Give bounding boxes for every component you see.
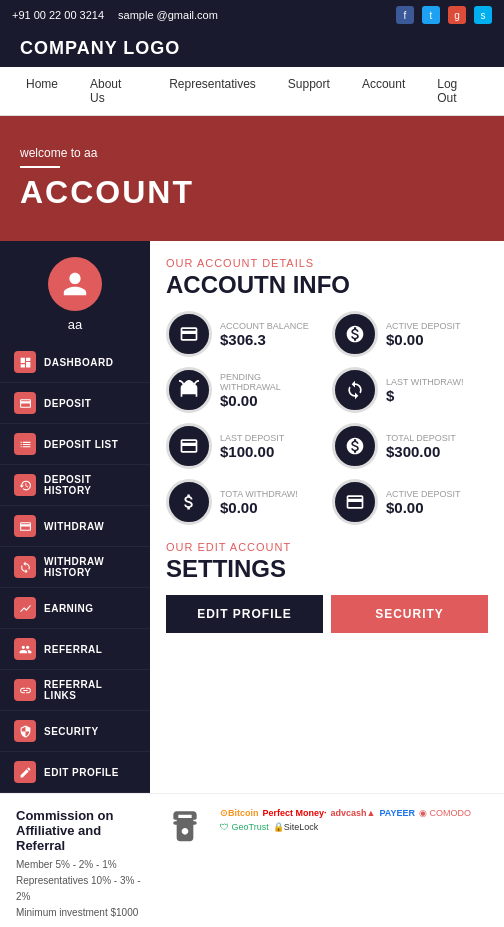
main-nav: Home About Us Representatives Support Ac… xyxy=(0,67,504,116)
account-info-title: ACCOUTN INFO xyxy=(166,271,488,299)
balance-icon xyxy=(166,311,212,357)
sidebar-label-security: SECURITY xyxy=(44,726,99,737)
active-deposit2-value: $0.00 xyxy=(386,499,461,516)
info-card-total-deposit: Total Deposit $300.00 xyxy=(332,423,488,469)
header: COMPANY LOGO xyxy=(0,30,504,67)
skype-icon[interactable]: s xyxy=(474,6,492,24)
last-withdraw-icon xyxy=(332,367,378,413)
settings-buttons: EDIT PROFILE SECURITY xyxy=(166,595,488,633)
security-icon xyxy=(14,720,36,742)
total-withdraw-value: $0.00 xyxy=(220,499,298,516)
phone-number: +91 00 22 00 3214 xyxy=(12,9,104,21)
sidebar: aa DASHBOARD DEPOSIT DEPOSIT LIST DEPOSI… xyxy=(0,241,150,793)
payment-logos: ⊙Bitcoin Perfect Money· advcash▲ PAYEER … xyxy=(220,808,488,832)
last-deposit-label: Last Deposit xyxy=(220,433,284,443)
commission-section: Commission on Affiliative and Referral M… xyxy=(0,793,504,927)
info-card-total-withdraw: Tota Withdraw! $0.00 xyxy=(166,479,322,525)
active-deposit-icon xyxy=(332,311,378,357)
sidebar-label-referral: REFERRAL xyxy=(44,644,102,655)
info-card-last-withdraw: Last Withdraw! $ xyxy=(332,367,488,413)
sidebar-label-withdraw: WITHDRAW xyxy=(44,521,104,532)
commission-title: Commission on Affiliative and Referral xyxy=(16,808,150,853)
deposit-history-icon xyxy=(14,474,36,496)
pending-withdrawal-label: Pending Withdrawal xyxy=(220,372,322,392)
sidebar-item-deposit[interactable]: DEPOSIT xyxy=(0,383,150,424)
sidebar-label-referral-links: REFERRAL LINKS xyxy=(44,679,136,701)
account-info-subtitle: OUR ACCOUNT DETAILS xyxy=(166,257,488,269)
active-deposit2-label: Active Deposit xyxy=(386,489,461,499)
twitter-icon[interactable]: t xyxy=(422,6,440,24)
nav-home[interactable]: Home xyxy=(20,67,64,115)
pending-withdrawal-icon xyxy=(166,367,212,413)
sidebar-label-deposit: DEPOSIT xyxy=(44,398,91,409)
sidebar-label-edit-profile: EDIT PROFILE xyxy=(44,767,119,778)
email-address: sample @gmail.com xyxy=(118,9,218,21)
commission-member: Member 5% - 2% - 1% xyxy=(16,857,150,873)
logo-prefix: COMPANY xyxy=(20,38,117,58)
deposit-icon xyxy=(14,392,36,414)
sidebar-item-dashboard[interactable]: DASHBOARD xyxy=(0,342,150,383)
nav-about[interactable]: About Us xyxy=(84,67,143,115)
info-card-active-deposit2: Active Deposit $0.00 xyxy=(332,479,488,525)
content-area: OUR ACCOUNT DETAILS ACCOUTN INFO Account… xyxy=(150,241,504,793)
last-deposit-value: $100.00 xyxy=(220,443,284,460)
settings-title: SETTINGS xyxy=(166,555,488,583)
sidebar-item-edit-profile[interactable]: EDIT PROFILE xyxy=(0,752,150,793)
nav-representatives[interactable]: Representatives xyxy=(163,67,262,115)
comodo-logo: ◉ COMODO xyxy=(419,808,471,818)
geotrust-logo: 🛡 GeoTrust xyxy=(220,822,269,832)
avatar xyxy=(48,257,102,311)
earning-icon xyxy=(14,597,36,619)
account-info-grid: Account Balance $306.3 Active Deposit $0… xyxy=(166,311,488,525)
total-deposit-label: Total Deposit xyxy=(386,433,456,443)
commission-representatives: Representatives 10% - 3% - 2% xyxy=(16,873,150,905)
payeer-logo: PAYEER xyxy=(379,808,415,818)
hero-welcome: welcome to aa xyxy=(20,146,484,160)
main-section: aa DASHBOARD DEPOSIT DEPOSIT LIST DEPOSI… xyxy=(0,241,504,793)
sidebar-item-security[interactable]: SECURITY xyxy=(0,711,150,752)
info-card-last-deposit: Last Deposit $100.00 xyxy=(166,423,322,469)
company-logo: COMPANY LOGO xyxy=(20,38,484,59)
pending-withdrawal-value: $0.00 xyxy=(220,392,322,409)
last-deposit-icon xyxy=(166,423,212,469)
commission-minimum: Minimum investment $1000 xyxy=(16,905,150,921)
sidebar-item-deposit-history[interactable]: DEPOSIT HISTORY xyxy=(0,465,150,506)
social-icons: f t g s xyxy=(396,6,492,24)
sidebar-label-withdraw-history: WITHDRAW HISTORY xyxy=(44,556,136,578)
sidebar-username: aa xyxy=(0,317,150,332)
advcash-logo: advcash▲ xyxy=(331,808,376,818)
last-withdraw-label: Last Withdraw! xyxy=(386,377,464,387)
active-deposit-label: Active Deposit xyxy=(386,321,461,331)
perfect-money-logo: Perfect Money· xyxy=(263,808,327,818)
sidebar-label-deposit-list: DEPOSIT LIST xyxy=(44,439,118,450)
dashboard-icon xyxy=(14,351,36,373)
balance-label: Account Balance xyxy=(220,321,309,331)
sidebar-item-referral-links[interactable]: REFERRAL LINKS xyxy=(0,670,150,711)
nav-account[interactable]: Account xyxy=(356,67,411,115)
sidebar-item-withdraw-history[interactable]: WITHDRAW HISTORY xyxy=(0,547,150,588)
referral-icon xyxy=(14,638,36,660)
top-bar-contact: +91 00 22 00 3214 sample @gmail.com xyxy=(12,9,218,21)
sidebar-item-deposit-list[interactable]: DEPOSIT LIST xyxy=(0,424,150,465)
balance-value: $306.3 xyxy=(220,331,309,348)
bitcoin-logo: ⊙Bitcoin xyxy=(220,808,259,818)
sidebar-item-referral[interactable]: REFERRAL xyxy=(0,629,150,670)
top-bar: +91 00 22 00 3214 sample @gmail.com f t … xyxy=(0,0,504,30)
deposit-list-icon xyxy=(14,433,36,455)
sidebar-label-dashboard: DASHBOARD xyxy=(44,357,114,368)
sidebar-item-withdraw[interactable]: WITHDRAW xyxy=(0,506,150,547)
sidebar-label-deposit-history: DEPOSIT HISTORY xyxy=(44,474,136,496)
edit-profile-button[interactable]: EDIT PROFILE xyxy=(166,595,323,633)
nav-support[interactable]: Support xyxy=(282,67,336,115)
logo-suffix: LOGO xyxy=(117,38,180,58)
total-deposit-value: $300.00 xyxy=(386,443,456,460)
active-deposit-value: $0.00 xyxy=(386,331,461,348)
nav-logout[interactable]: Log Out xyxy=(431,67,484,115)
sidebar-item-earning[interactable]: EARNING xyxy=(0,588,150,629)
scales-icon xyxy=(160,808,210,848)
sitelock-logo: 🔒SiteLock xyxy=(273,822,319,832)
total-withdraw-label: Tota Withdraw! xyxy=(220,489,298,499)
security-button[interactable]: SECURITY xyxy=(331,595,488,633)
facebook-icon[interactable]: f xyxy=(396,6,414,24)
googleplus-icon[interactable]: g xyxy=(448,6,466,24)
